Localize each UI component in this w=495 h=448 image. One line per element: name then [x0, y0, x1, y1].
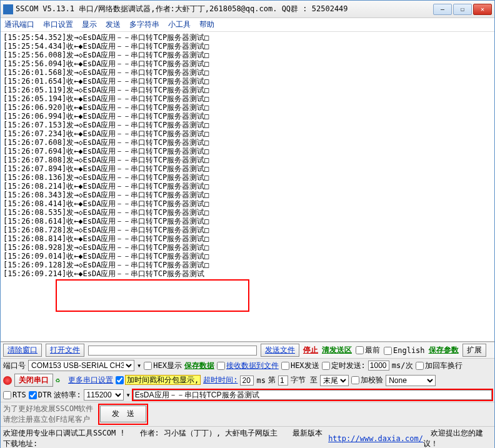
footer-note2: 请您注册嘉立创F结尾客户 [3, 414, 93, 425]
clear-send-button[interactable]: 清发送区 [322, 345, 352, 356]
port-label: 端口号 [3, 361, 26, 371]
refresh-icon[interactable]: ♻ [56, 376, 66, 386]
close-port-button[interactable]: 关闭串口 [14, 374, 53, 387]
expand-button[interactable]: 扩展 [462, 344, 486, 357]
menu-multistring[interactable]: 多字符串 [129, 19, 159, 30]
maximize-button[interactable]: ☐ [453, 4, 472, 15]
hex-display-checkbox[interactable]: HEX显示 [144, 361, 182, 371]
interval-input[interactable] [368, 361, 389, 371]
stop-button[interactable]: 停止 [303, 345, 318, 356]
hex-send-checkbox[interactable]: HEX发送 [281, 361, 319, 371]
add-check-checkbox[interactable]: 加校验 [351, 375, 383, 386]
endpos-select[interactable]: 末尾 [320, 375, 349, 386]
file-path-input[interactable] [88, 346, 257, 356]
titlebar[interactable]: SSCOM V5.13.1 串口/网络数据调试器,作者:大虾丁丁,2618058… [1, 1, 494, 18]
send-file-button[interactable]: 发送文件 [261, 344, 299, 357]
menu-serial-settings[interactable]: 串口设置 [43, 19, 73, 30]
window-title: SSCOM V5.13.1 串口/网络数据调试器,作者:大虾丁丁,2618058… [16, 4, 433, 14]
close-button[interactable]: ✕ [473, 4, 492, 15]
rts-checkbox[interactable]: RTS [3, 391, 26, 399]
welcome-text2: 欢迎提出您的建议！ [423, 428, 492, 448]
menu-help[interactable]: 帮助 [199, 19, 214, 30]
minimize-button[interactable]: — [433, 4, 452, 15]
menubar: 通讯端口 串口设置 显示 发送 多字符串 小工具 帮助 [1, 18, 494, 32]
english-checkbox[interactable]: English [384, 346, 425, 355]
menu-display[interactable]: 显示 [82, 19, 97, 30]
port-status-icon [3, 376, 12, 385]
open-file-button[interactable]: 打开文件 [46, 344, 84, 357]
baud-label: 波特率: [54, 390, 81, 401]
app-window: SSCOM V5.13.1 串口/网络数据调试器,作者:大虾丁丁,2618058… [0, 0, 495, 448]
timeout-label: 超时时间: [203, 375, 238, 386]
checktype-select[interactable]: None [386, 375, 436, 386]
footer-note1: 为了更好地发展SSCOM软件 [3, 404, 93, 414]
app-icon [3, 4, 13, 14]
ms-label: ms [256, 376, 265, 385]
menu-tools[interactable]: 小工具 [168, 19, 191, 30]
timed-send-checkbox[interactable]: 定时发送: [322, 361, 366, 371]
timeout-input[interactable] [240, 376, 254, 386]
dtr-checkbox[interactable]: DTR [29, 391, 52, 399]
baud-select[interactable]: 115200 [84, 389, 124, 401]
menu-send[interactable]: 发送 [106, 19, 121, 30]
welcome-text: 欢迎使用专业串口调试工具SSCOM ! 作者: 习小猛（丁丁）, 大虾电子网版主… [3, 428, 328, 448]
menu-port[interactable]: 通讯端口 [4, 19, 34, 30]
site-link[interactable]: http://www.daxia.com/ [328, 434, 423, 443]
recv-to-file-checkbox[interactable]: 接收数据到文件 [217, 361, 279, 371]
more-port-settings[interactable]: 更多串口设置 [68, 375, 113, 386]
save-data-button[interactable]: 保存数据 [184, 361, 214, 371]
port-select[interactable]: COM153 USB-SERIAL CH340 [28, 360, 134, 371]
topmost-checkbox[interactable]: 最前 [356, 345, 380, 356]
add-crlf-checkbox[interactable]: 加回车换行 [416, 361, 462, 371]
send-text-input[interactable] [133, 390, 492, 400]
send-button[interactable]: 发 送 [100, 406, 146, 422]
highlight-box [56, 279, 249, 312]
nth-label: 第 [268, 375, 276, 386]
log-area[interactable]: [15:25:54.352]发→◇EsDA应用－－串口转TCP服务器测试□[15… [1, 32, 494, 341]
timestamp-checkbox[interactable]: 加时间戳和分包显示, [116, 375, 201, 386]
byte-num-input[interactable] [278, 376, 288, 386]
clear-window-button[interactable]: 清除窗口 [3, 344, 42, 357]
save-params-button[interactable]: 保存参数 [429, 345, 459, 356]
interval-unit: ms/次 [392, 361, 413, 371]
byte-unit-label: 字节 至 [291, 375, 318, 386]
